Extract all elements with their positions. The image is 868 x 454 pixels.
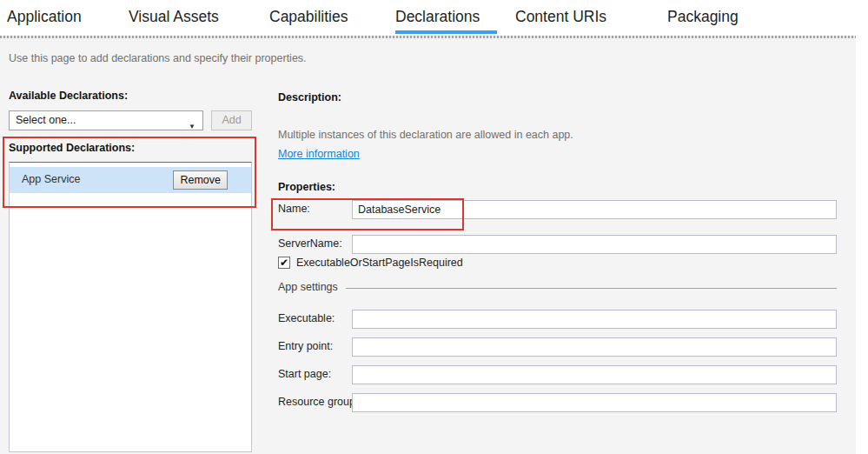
app-settings-group-heading: App settings xyxy=(278,281,338,293)
resource-group-field-label: Resource group: xyxy=(278,396,358,408)
checkmark-icon: ✔ xyxy=(280,257,288,269)
start-page-field-label: Start page: xyxy=(278,368,331,380)
available-declarations-heading: Available Declarations: xyxy=(9,90,128,102)
supported-declarations-heading: Supported Declarations: xyxy=(9,142,135,154)
more-information-link[interactable]: More information xyxy=(278,148,360,160)
entry-point-input[interactable] xyxy=(352,337,837,357)
app-settings-group-divider xyxy=(346,288,837,289)
executable-required-checkbox[interactable]: ✔ xyxy=(278,257,290,269)
server-name-input[interactable] xyxy=(352,235,837,254)
properties-heading: Properties: xyxy=(278,181,335,193)
tab-bar: Application Visual Assets Capabilities D… xyxy=(0,0,868,36)
remove-button[interactable]: Remove xyxy=(173,170,228,190)
tab-application[interactable]: Application xyxy=(7,8,82,26)
name-field-label: Name: xyxy=(278,203,310,215)
available-declarations-dropdown[interactable]: Select one... ▼ xyxy=(9,110,203,130)
tab-packaging[interactable]: Packaging xyxy=(667,8,739,26)
page-instructions: Use this page to add declarations and sp… xyxy=(9,52,307,64)
chevron-down-icon: ▼ xyxy=(189,117,195,136)
manifest-designer-declarations-page: Application Visual Assets Capabilities D… xyxy=(0,0,868,454)
supported-declarations-list[interactable]: App Service Remove xyxy=(9,162,252,452)
executable-field-label: Executable: xyxy=(278,312,335,324)
add-button[interactable]: Add xyxy=(211,110,252,130)
declarations-content: Use this page to add declarations and sp… xyxy=(0,38,856,454)
description-text: Multiple instances of this declaration a… xyxy=(278,129,573,141)
tab-capabilities[interactable]: Capabilities xyxy=(269,8,348,26)
list-item-app-service[interactable]: App Service Remove xyxy=(10,167,251,193)
server-name-field-label: ServerName: xyxy=(278,237,342,250)
start-page-input[interactable] xyxy=(352,365,837,384)
name-input[interactable] xyxy=(352,200,837,219)
executable-required-checkbox-label: ExecutableOrStartPageIsRequired xyxy=(296,257,463,269)
resource-group-input[interactable] xyxy=(352,393,837,412)
declaration-name-label: App Service xyxy=(22,173,80,185)
entry-point-field-label: Entry point: xyxy=(278,340,333,352)
tab-declarations[interactable]: Declarations xyxy=(395,8,480,26)
description-heading: Description: xyxy=(278,91,341,103)
dropdown-selected-value: Select one... xyxy=(16,114,76,126)
tab-visual-assets[interactable]: Visual Assets xyxy=(129,8,219,26)
executable-input[interactable] xyxy=(352,310,837,329)
tab-content-uris[interactable]: Content URIs xyxy=(515,8,606,26)
active-tab-underline xyxy=(395,30,497,34)
